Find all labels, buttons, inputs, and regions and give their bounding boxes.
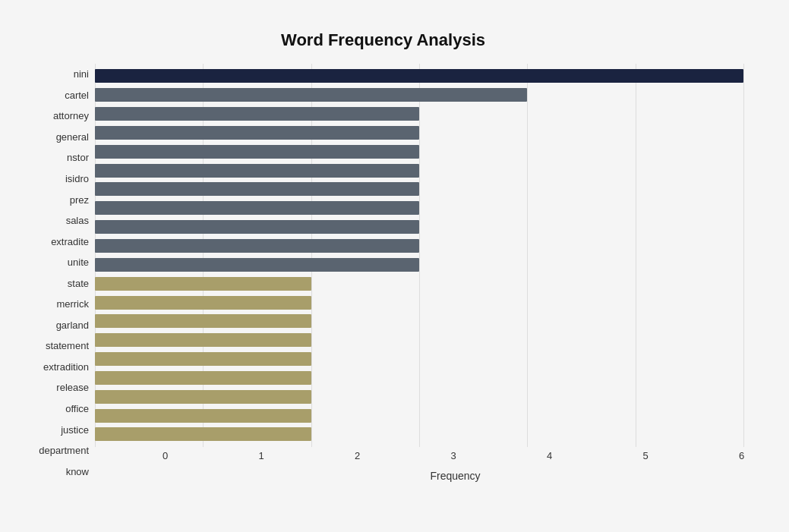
bar bbox=[95, 126, 419, 140]
y-label: general bbox=[56, 128, 89, 145]
bars-container bbox=[95, 64, 743, 447]
grid-line bbox=[743, 64, 744, 447]
y-label: release bbox=[56, 379, 89, 396]
y-label: know bbox=[66, 463, 89, 480]
bar bbox=[95, 427, 311, 441]
bar bbox=[95, 201, 419, 215]
y-label: extradite bbox=[51, 233, 89, 250]
bar bbox=[95, 145, 419, 159]
bar-row bbox=[95, 389, 743, 405]
y-label: office bbox=[65, 401, 89, 417]
bar bbox=[95, 107, 419, 121]
y-label: cartel bbox=[65, 87, 89, 103]
y-label: extradition bbox=[43, 358, 89, 375]
y-label: merrick bbox=[56, 296, 89, 313]
bar-row bbox=[95, 238, 743, 254]
x-axis-title: Frequency bbox=[167, 470, 743, 482]
bar bbox=[95, 314, 311, 328]
bar-row bbox=[95, 68, 743, 84]
x-tick: 1 bbox=[258, 450, 264, 461]
x-tick: 4 bbox=[547, 450, 552, 461]
bar-row bbox=[95, 143, 743, 160]
bar bbox=[95, 333, 311, 347]
bar-row bbox=[95, 162, 743, 179]
bar-row bbox=[95, 105, 743, 122]
bar-row bbox=[95, 408, 743, 424]
bars-and-grid: 0123456 Frequency bbox=[95, 64, 743, 482]
bar bbox=[95, 390, 311, 404]
chart-area: ninicartelattorneygeneralnstorisidroprez… bbox=[23, 64, 743, 482]
grid-and-bars bbox=[95, 64, 743, 447]
bar bbox=[95, 409, 311, 423]
bar bbox=[95, 371, 311, 385]
x-tick: 0 bbox=[163, 450, 168, 461]
bar bbox=[95, 277, 311, 291]
bar-row bbox=[95, 426, 743, 442]
x-tick: 2 bbox=[355, 450, 360, 461]
bar bbox=[95, 296, 311, 310]
chart-title: Word Frequency Analysis bbox=[23, 30, 743, 50]
y-label: attorney bbox=[53, 108, 89, 124]
x-tick: 5 bbox=[643, 450, 649, 461]
y-label: justice bbox=[61, 421, 89, 438]
bar-row bbox=[95, 219, 743, 235]
x-tick: 6 bbox=[739, 450, 744, 461]
bar bbox=[95, 182, 419, 196]
y-label: state bbox=[68, 275, 89, 291]
bar bbox=[95, 220, 419, 234]
chart-container: Word Frequency Analysis ninicartelattorn… bbox=[15, 15, 774, 532]
y-label: unite bbox=[68, 254, 89, 271]
x-axis-labels: 0123456 bbox=[167, 450, 743, 465]
bar-row bbox=[95, 294, 743, 311]
bar-row bbox=[95, 332, 743, 348]
bar bbox=[95, 69, 743, 83]
bar-row bbox=[95, 257, 743, 273]
bar-row bbox=[95, 313, 743, 329]
bottom-section: 0123456 Frequency bbox=[167, 447, 743, 482]
bar-row bbox=[95, 275, 743, 292]
bar bbox=[95, 239, 419, 253]
bar-row bbox=[95, 351, 743, 367]
bar-row bbox=[95, 124, 743, 141]
bar-row bbox=[95, 200, 743, 216]
y-label: nstor bbox=[67, 150, 89, 166]
y-label: salas bbox=[66, 212, 89, 229]
bar bbox=[95, 88, 527, 102]
bar bbox=[95, 164, 419, 178]
y-axis: ninicartelattorneygeneralnstorisidroprez… bbox=[23, 64, 95, 482]
bar-row bbox=[95, 181, 743, 197]
y-label: isidro bbox=[65, 171, 89, 187]
y-label: department bbox=[39, 442, 89, 459]
x-tick: 3 bbox=[451, 450, 456, 461]
y-label: nini bbox=[74, 66, 89, 83]
bar-row bbox=[95, 87, 743, 103]
bar-row bbox=[95, 370, 743, 386]
bar bbox=[95, 352, 311, 366]
y-label: garland bbox=[56, 316, 89, 333]
y-label: prez bbox=[70, 191, 89, 208]
bar bbox=[95, 258, 419, 272]
y-label: statement bbox=[46, 338, 89, 354]
